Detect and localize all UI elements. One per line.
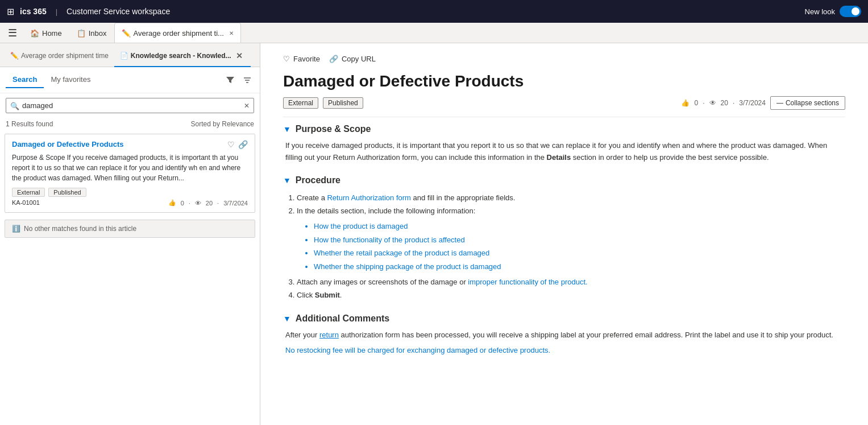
section-additional-comments: ▼ Additional Comments After your return … bbox=[283, 313, 845, 354]
result-card-header: Damaged or Defective Products ♡ 🔗 bbox=[12, 140, 248, 149]
section-additional-header[interactable]: ▼ Additional Comments bbox=[283, 313, 845, 324]
improper-func-link[interactable]: improper functionality of the product. bbox=[468, 278, 587, 286]
no-fee-text: No restocking fee will be charged for ex… bbox=[285, 346, 845, 354]
hamburger-button[interactable]: ☰ bbox=[2, 23, 23, 43]
article-title: Damaged or Defective Products bbox=[283, 72, 845, 90]
new-look-toggle[interactable] bbox=[840, 6, 861, 17]
link-icon: 🔗 bbox=[329, 55, 338, 63]
article-likes: 0 bbox=[694, 99, 698, 107]
results-bar: 1 Results found Sorted by Relevance bbox=[0, 118, 260, 130]
edit-icon-sub: ✏️ bbox=[10, 52, 19, 60]
result-card-icons: ♡ 🔗 bbox=[227, 140, 248, 149]
top-bar: ⊞ ics 365 | Customer Service workspace N… bbox=[0, 0, 868, 23]
article-badges-left: External Published bbox=[283, 97, 363, 109]
article-views: 20 bbox=[721, 99, 728, 107]
edit-icon: ✏️ bbox=[122, 29, 131, 38]
left-subtab-bar: ✏️ Average order shipment time 📄 Knowled… bbox=[0, 43, 260, 67]
search-box-wrapper: 🔍 ✕ bbox=[0, 93, 260, 118]
copy-url-button[interactable]: 🔗 Copy URL bbox=[329, 55, 376, 63]
return-link[interactable]: return bbox=[319, 331, 339, 339]
search-input[interactable] bbox=[6, 98, 254, 113]
favorite-button[interactable]: ♡ Favorite bbox=[283, 55, 320, 63]
purpose-text: If you receive damaged products, it is i… bbox=[285, 140, 845, 164]
procedure-sublist: How the product is damaged How the funct… bbox=[297, 220, 845, 273]
result-tag-external: External bbox=[12, 188, 45, 197]
article-actions: ♡ Favorite 🔗 Copy URL bbox=[283, 55, 845, 63]
subtab-avg-order[interactable]: ✏️ Average order shipment time bbox=[5, 48, 114, 64]
article-badges-row: External Published 👍 0 · 👁 20 · 3/7/2024… bbox=[283, 96, 845, 117]
sort-icon-button[interactable] bbox=[240, 75, 254, 86]
result-tag-published: Published bbox=[48, 188, 86, 197]
dot-sep1: · bbox=[189, 200, 190, 207]
search-tab-favorites[interactable]: My favorites bbox=[44, 72, 97, 88]
sort-label: Sorted by Relevance bbox=[191, 120, 254, 128]
procedure-step-4: Click Submit. bbox=[297, 288, 845, 302]
section-purpose-scope: ▼ Purpose & Scope If you receive damaged… bbox=[283, 124, 845, 164]
no-matches-notice: ℹ️ No other matches found in this articl… bbox=[5, 220, 255, 238]
section-procedure-header[interactable]: ▼ Procedure bbox=[283, 175, 845, 185]
tab-avg-order[interactable]: ✏️ Average order shipment ti... ✕ bbox=[114, 23, 241, 43]
top-divider: | bbox=[56, 7, 57, 16]
filter-icon-button[interactable] bbox=[223, 75, 237, 86]
section-purpose-header[interactable]: ▼ Purpose & Scope bbox=[283, 124, 845, 134]
subitem-4: Whether the shipping package of the prod… bbox=[314, 260, 845, 273]
results-count: 1 Results found bbox=[6, 120, 53, 128]
section-procedure: ▼ Procedure Create a Return Authorizatio… bbox=[283, 175, 845, 302]
subitem-2: How the functionality of the product is … bbox=[314, 233, 845, 246]
result-date: 3/7/2024 bbox=[223, 200, 248, 207]
section-chevron-additional: ▼ bbox=[283, 314, 291, 323]
collapse-sections-button[interactable]: — Collapse sections bbox=[770, 96, 845, 110]
likes-count: 0 bbox=[181, 200, 184, 207]
section-title-additional: Additional Comments bbox=[296, 313, 389, 324]
subitem-3: Whether the retail package of the produc… bbox=[314, 246, 845, 259]
result-meta-right: 👍 0 · 👁 20 · 3/7/2024 bbox=[168, 199, 248, 207]
section-chevron-procedure: ▼ bbox=[283, 176, 291, 185]
procedure-step-1: Create a Return Authorization form and f… bbox=[297, 191, 845, 204]
article-panel: ♡ Favorite 🔗 Copy URL Damaged or Defecti… bbox=[260, 43, 868, 425]
result-excerpt: Purpose & Scope If you receive damaged p… bbox=[12, 152, 248, 183]
result-tags: External Published bbox=[12, 188, 248, 197]
no-matches-text: No other matches found in this article bbox=[24, 225, 136, 233]
section-chevron-purpose: ▼ bbox=[283, 125, 291, 134]
collapse-icon: — bbox=[776, 99, 783, 107]
badge-external: External bbox=[283, 97, 318, 109]
dot-sep2: · bbox=[217, 200, 219, 207]
eye-icon: 👁 bbox=[195, 200, 201, 207]
subtab-knowledge-search[interactable]: 📄 Knowledge search - Knowled... ✕ bbox=[114, 46, 251, 67]
search-magnifier-icon: 🔍 bbox=[10, 101, 19, 110]
additional-text-1: After your return authorization form has… bbox=[285, 329, 845, 341]
home-icon: 🏠 bbox=[30, 29, 39, 38]
tab-inbox[interactable]: 📋 Inbox bbox=[69, 23, 114, 43]
search-tab-search[interactable]: Search bbox=[6, 72, 44, 88]
search-tabs: Search My favorites bbox=[6, 72, 97, 88]
result-card-title[interactable]: Damaged or Defective Products bbox=[12, 140, 124, 148]
info-icon: ℹ️ bbox=[12, 225, 20, 233]
grid-icon[interactable]: ⊞ bbox=[7, 6, 14, 17]
search-header: Search My favorites bbox=[0, 67, 260, 93]
new-look-label: New look bbox=[805, 7, 835, 16]
search-clear-icon[interactable]: ✕ bbox=[244, 102, 250, 110]
result-meta: KA-01001 👍 0 · 👁 20 · 3/7/2024 bbox=[12, 199, 248, 207]
inbox-icon: 📋 bbox=[77, 29, 86, 38]
section-content-purpose: If you receive damaged products, it is i… bbox=[283, 140, 845, 164]
result-link-icon[interactable]: 🔗 bbox=[238, 140, 248, 149]
subtab-close-knowledge[interactable]: ✕ bbox=[234, 49, 245, 63]
result-favorite-icon[interactable]: ♡ bbox=[227, 140, 235, 149]
section-content-procedure: Create a Return Authorization form and f… bbox=[283, 191, 845, 302]
result-article-id: KA-01001 bbox=[12, 199, 40, 207]
procedure-step-2: In the details section, include the foll… bbox=[297, 204, 845, 273]
left-panel: ✏️ Average order shipment time 📄 Knowled… bbox=[0, 43, 260, 425]
result-card[interactable]: Damaged or Defective Products ♡ 🔗 Purpos… bbox=[5, 134, 255, 213]
like-icon: 👍 bbox=[168, 199, 176, 207]
top-bar-right: New look bbox=[805, 6, 861, 17]
return-auth-link[interactable]: Return Authorization form bbox=[327, 193, 410, 202]
tab-close-avg-order[interactable]: ✕ bbox=[229, 30, 234, 36]
article-like-icon: 👍 bbox=[681, 99, 690, 107]
views-count: 20 bbox=[206, 200, 213, 207]
main-tab-bar: ☰ 🏠 Home 📋 Inbox ✏️ Average order shipme… bbox=[0, 23, 868, 43]
procedure-list: Create a Return Authorization form and f… bbox=[285, 191, 845, 302]
section-title-purpose: Purpose & Scope bbox=[296, 124, 371, 134]
article-eye-icon: 👁 bbox=[709, 99, 716, 107]
brand-name: ics 365 bbox=[20, 7, 47, 16]
tab-home[interactable]: 🏠 Home bbox=[23, 23, 69, 43]
